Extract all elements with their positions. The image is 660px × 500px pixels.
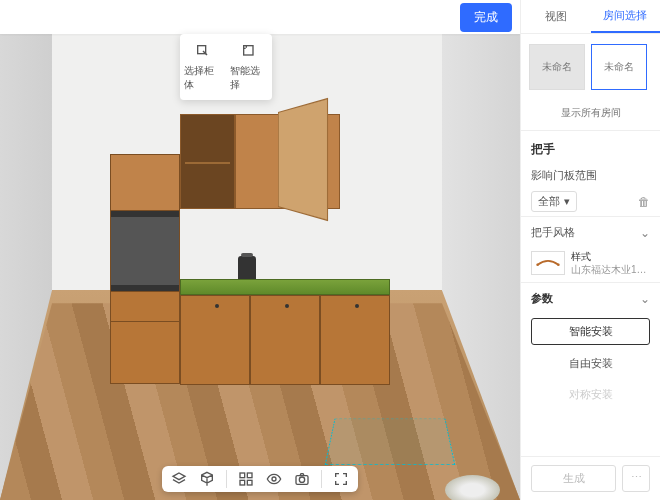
- viewport-3d[interactable]: 完成 选择柜体 智能选择: [0, 0, 520, 500]
- generate-button[interactable]: 生成: [531, 465, 616, 492]
- handle-style-row[interactable]: 样式 山东福达木业1-拉手-…: [521, 244, 660, 283]
- oven-unit[interactable]: [111, 211, 179, 291]
- cabinet-door[interactable]: [180, 295, 250, 385]
- tall-cabinet[interactable]: [110, 154, 180, 384]
- sym-install-button: 对称安装: [531, 382, 650, 407]
- camera-icon[interactable]: [293, 470, 311, 488]
- chevron-down-icon[interactable]: ⌄: [640, 292, 650, 306]
- sidebar-footer: 生成 ⋯: [521, 456, 660, 500]
- divider: [321, 470, 322, 488]
- tool-label: 智能选择: [230, 64, 268, 92]
- show-all-rooms[interactable]: 显示所有房间: [521, 100, 660, 131]
- tab-view[interactable]: 视图: [521, 0, 591, 33]
- pot-object[interactable]: [238, 256, 256, 280]
- svg-rect-5: [247, 480, 252, 485]
- delete-icon[interactable]: 🗑: [638, 195, 650, 209]
- bowl-object[interactable]: [445, 475, 500, 500]
- divider: [226, 470, 227, 488]
- svg-rect-3: [247, 473, 252, 478]
- cursor-select-icon: [194, 42, 212, 60]
- svg-point-8: [299, 477, 304, 482]
- svg-rect-2: [240, 473, 245, 478]
- grid-icon[interactable]: [237, 470, 255, 488]
- smart-select-icon: [240, 42, 258, 60]
- open-shelf[interactable]: [180, 114, 235, 209]
- handle-text: 样式 山东福达木业1-拉手-…: [571, 250, 649, 276]
- countertop[interactable]: [180, 279, 390, 295]
- handle-sub: 山东福达木业1-拉手-…: [571, 263, 649, 276]
- param-buttons: 智能安装 自由安装 对称安装: [521, 310, 660, 415]
- scope-value: 全部: [538, 194, 560, 209]
- tab-room-select[interactable]: 房间选择: [591, 0, 661, 33]
- sidebar-tabs: 视图 房间选择: [521, 0, 660, 34]
- layers-icon[interactable]: [170, 470, 188, 488]
- right-sidebar: 视图 房间选择 未命名 未命名 显示所有房间 把手 影响门板范围 全部 ▾ 🗑 …: [520, 0, 660, 500]
- footer-more-button[interactable]: ⋯: [622, 465, 650, 492]
- room-thumb[interactable]: 未命名: [529, 44, 585, 90]
- free-install-button[interactable]: 自由安装: [531, 351, 650, 376]
- floor-selection-box[interactable]: [325, 419, 456, 465]
- smart-select-tool[interactable]: 智能选择: [226, 34, 272, 100]
- app-root: 完成 选择柜体 智能选择: [0, 0, 660, 500]
- open-cabinet-door[interactable]: [278, 98, 328, 221]
- svg-rect-4: [240, 480, 245, 485]
- drawer[interactable]: [111, 321, 179, 351]
- scope-select-row: 全部 ▾ 🗑: [521, 187, 660, 216]
- tool-label: 选择柜体: [184, 64, 222, 92]
- chevron-down-icon: ▾: [564, 195, 570, 208]
- handle-name: 样式: [571, 250, 649, 263]
- select-cabinet-tool[interactable]: 选择柜体: [180, 34, 226, 100]
- params-title: 参数: [531, 291, 640, 306]
- expand-icon[interactable]: [332, 470, 350, 488]
- scope-select[interactable]: 全部 ▾: [531, 191, 577, 212]
- drawer[interactable]: [111, 291, 179, 321]
- room-list: 未命名 未命名: [521, 34, 660, 100]
- room-render: [0, 34, 520, 500]
- tool-popover: 选择柜体 智能选择: [180, 34, 272, 100]
- handle-section-title: 把手: [521, 131, 660, 164]
- top-bar: 完成: [0, 0, 520, 34]
- params-header: 参数 ⌄: [521, 283, 660, 310]
- scope-label: 影响门板范围: [531, 168, 650, 183]
- done-button[interactable]: 完成: [460, 3, 512, 32]
- svg-rect-1: [244, 46, 253, 55]
- svg-point-10: [557, 263, 560, 266]
- smart-install-button[interactable]: 智能安装: [531, 318, 650, 345]
- svg-point-9: [536, 263, 539, 266]
- chevron-down-icon[interactable]: ⌄: [640, 226, 650, 240]
- cabinet-top: [111, 155, 179, 211]
- style-header: 把手风格 ⌄: [521, 216, 660, 244]
- handle-swatch: [531, 251, 565, 275]
- bottom-toolbar: [162, 466, 358, 492]
- eye-icon[interactable]: [265, 470, 283, 488]
- style-label: 把手风格: [531, 225, 640, 240]
- room-thumb-selected[interactable]: 未命名: [591, 44, 647, 90]
- cabinet-door[interactable]: [320, 295, 390, 385]
- cabinet-door[interactable]: [250, 295, 320, 385]
- base-cabinets[interactable]: [180, 295, 390, 385]
- scope-row: 影响门板范围: [521, 164, 660, 187]
- cube-icon[interactable]: [198, 470, 216, 488]
- svg-point-6: [272, 477, 276, 481]
